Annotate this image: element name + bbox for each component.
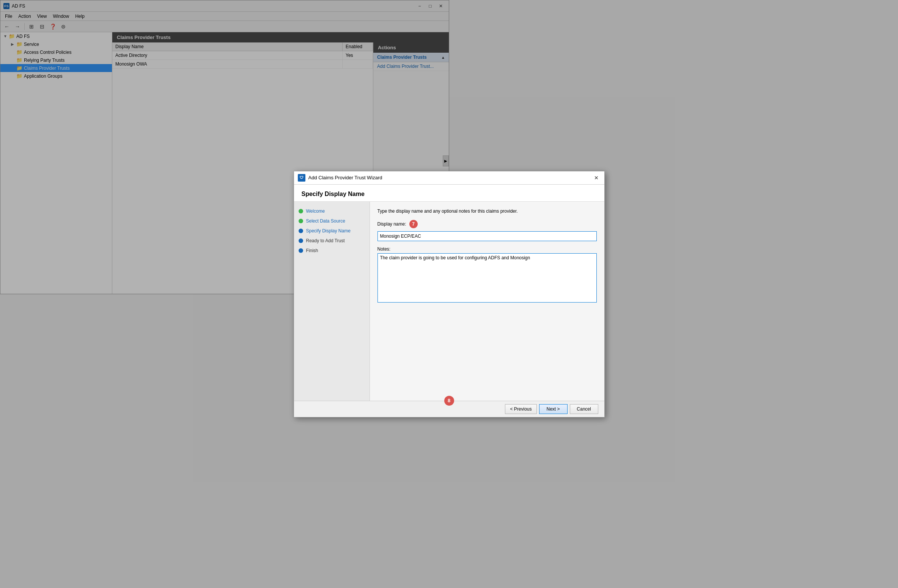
modal-title-bar: 🛡 Add Claims Provider Trust Wizard ✕: [294, 171, 450, 185]
modal-title: Add Claims Provider Trust Wizard: [308, 175, 382, 180]
step-dot-finish: [299, 248, 303, 253]
badge-display-name: 7: [409, 220, 418, 228]
wizard-modal: 🛡 Add Claims Provider Trust Wizard ✕ Spe…: [294, 171, 450, 295]
modal-body: Welcome Select Data Source Specify Displ…: [294, 202, 450, 295]
notes-area-wrapper: [377, 253, 450, 295]
display-name-row: Display name: 7: [377, 220, 450, 228]
notes-label: Notes:: [377, 246, 450, 252]
steps-content: Type the display name and any optional n…: [370, 202, 450, 295]
step-welcome: Welcome: [294, 206, 370, 216]
step-select-datasource: Select Data Source: [294, 216, 370, 226]
modal-icon: 🛡: [298, 174, 305, 182]
step-dot-display: [299, 229, 303, 233]
display-name-input[interactable]: [377, 231, 450, 241]
step-ready: Ready to Add Trust: [294, 236, 370, 246]
step-dot-welcome: [299, 209, 303, 213]
display-name-label: Display name:: [377, 221, 406, 227]
step-specify-display: Specify Display Name: [294, 226, 370, 236]
step-dot-datasource: [299, 219, 303, 223]
step-finish: Finish: [294, 246, 370, 256]
step-label-display: Specify Display Name: [306, 228, 351, 234]
step-dot-ready: [299, 238, 303, 243]
steps-sidebar: Welcome Select Data Source Specify Displ…: [294, 202, 370, 295]
step-label-datasource: Select Data Source: [306, 218, 345, 224]
step-label-welcome: Welcome: [306, 209, 325, 214]
modal-heading: Specify Display Name: [294, 185, 450, 202]
content-description: Type the display name and any optional n…: [377, 208, 450, 215]
notes-textarea[interactable]: [377, 253, 450, 295]
modal-overlay: 🛡 Add Claims Provider Trust Wizard ✕ Spe…: [0, 0, 449, 294]
step-label-finish: Finish: [306, 248, 318, 253]
step-label-ready: Ready to Add Trust: [306, 238, 345, 243]
display-name-field-wrapper: [377, 231, 450, 241]
